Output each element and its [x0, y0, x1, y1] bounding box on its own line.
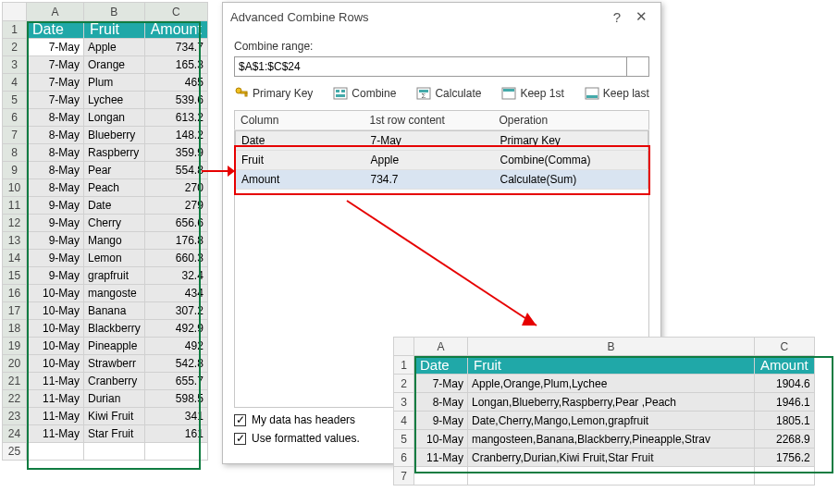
cell-amount[interactable]: 148.2 [144, 127, 207, 144]
cell-fruit[interactable]: Kiwi Fruit [84, 408, 145, 425]
row-header[interactable]: 5 [3, 92, 27, 109]
cell-date[interactable]: 8-May [27, 109, 84, 127]
close-button[interactable]: ✕ [629, 8, 653, 25]
row-header[interactable]: 5 [394, 430, 414, 449]
row-header[interactable]: 13 [3, 232, 27, 250]
cell-fruit[interactable]: Cranberry,Durian,Kiwi Fruit,Star Fruit [468, 449, 755, 467]
cell-amount[interactable]: 270 [144, 179, 207, 197]
cell-amount[interactable]: 465 [144, 74, 207, 92]
cell-date[interactable]: 10-May [27, 355, 84, 373]
row-header[interactable]: 21 [3, 373, 27, 390]
cell-fruit[interactable]: Cherry [84, 215, 145, 232]
cell-amount[interactable]: 598.5 [144, 390, 207, 408]
col-header-b[interactable]: B [468, 338, 755, 356]
grid-header-first[interactable]: 1st row content [364, 111, 494, 130]
calculate-button[interactable]: Σ Calculate [416, 86, 481, 101]
header-date[interactable]: Date [414, 356, 468, 375]
cell-fruit[interactable]: Star Fruit [84, 425, 145, 443]
cell-amount[interactable]: 165.3 [144, 56, 207, 74]
cell-date[interactable]: 9-May [27, 250, 84, 267]
cell-date[interactable]: 8-May [27, 144, 84, 162]
row-header[interactable]: 20 [3, 355, 27, 373]
cell-date[interactable]: 9-May [27, 197, 84, 215]
header-fruit[interactable]: Fruit [468, 356, 755, 375]
row-header-1[interactable]: 1 [3, 21, 27, 39]
cell-date[interactable]: 8-May [27, 127, 84, 144]
cell-date[interactable]: 10-May [27, 285, 84, 302]
grid-row[interactable]: Date7-MayPrimary Key [236, 131, 648, 151]
headers-checkbox[interactable]: ✓ [234, 414, 246, 426]
row-header[interactable]: 9 [3, 162, 27, 179]
row-header[interactable]: 17 [3, 302, 27, 320]
cell-amount[interactable]: 656.6 [144, 215, 207, 232]
cell-date[interactable]: 11-May [27, 390, 84, 408]
row-header[interactable]: 18 [3, 320, 27, 338]
cell-fruit[interactable]: grapfruit [84, 267, 145, 285]
grid-header-op[interactable]: Operation [494, 111, 649, 130]
cell-date[interactable]: 10-May [27, 302, 84, 320]
cell-fruit[interactable]: Banana [84, 302, 145, 320]
row-header[interactable]: 6 [3, 109, 27, 127]
cell-fruit[interactable]: Longan,Blueberry,Raspberry,Pear ,Peach [468, 393, 755, 412]
row-header[interactable]: 14 [3, 250, 27, 267]
cell-fruit[interactable]: Orange [84, 56, 145, 74]
cell-amount[interactable]: 492 [144, 338, 207, 355]
row-header-last[interactable]: 25 [3, 443, 27, 461]
cell-date[interactable]: 10-May [27, 338, 84, 355]
cell-amount[interactable]: 341 [144, 408, 207, 425]
row-header[interactable]: 3 [3, 56, 27, 74]
cell-date[interactable]: 9-May [414, 412, 468, 430]
row-header[interactable]: 2 [394, 375, 414, 393]
cell-date[interactable]: 11-May [27, 373, 84, 390]
grid-row[interactable]: Amount734.7Calculate(Sum) [236, 170, 648, 190]
row-header[interactable]: 6 [394, 449, 414, 467]
cell-amount[interactable]: 32.4 [144, 267, 207, 285]
cell-fruit[interactable]: Peach [84, 179, 145, 197]
grid-row[interactable]: FruitAppleCombine(Comma) [236, 151, 648, 170]
keep-last-button[interactable]: Keep last [585, 86, 649, 101]
cell-date[interactable]: 11-May [414, 449, 468, 467]
row-header[interactable]: 8 [3, 144, 27, 162]
row-header[interactable]: 7 [3, 127, 27, 144]
row-header[interactable]: 10 [3, 179, 27, 197]
cell-amount[interactable]: 492.9 [144, 320, 207, 338]
header-amount[interactable]: Amount [144, 21, 207, 39]
cell-date[interactable]: 7-May [27, 39, 84, 56]
cell-date[interactable]: 8-May [27, 162, 84, 179]
cell-fruit[interactable]: mangosteen,Banana,Blackberry,Pineapple,S… [468, 430, 755, 449]
formatted-checkbox[interactable]: ✓ [234, 433, 246, 445]
cell-amount[interactable]: 161 [144, 425, 207, 443]
cell-fruit[interactable]: Plum [84, 74, 145, 92]
row-header[interactable]: 15 [3, 267, 27, 285]
cell-fruit[interactable]: Blueberry [84, 127, 145, 144]
col-header-c[interactable]: C [755, 338, 815, 356]
keep-first-button[interactable]: Keep 1st [501, 86, 563, 101]
cell-date[interactable]: 9-May [27, 232, 84, 250]
header-fruit[interactable]: Fruit [84, 21, 145, 39]
row-header[interactable]: 2 [3, 39, 27, 56]
cell-fruit[interactable]: mangoste [84, 285, 145, 302]
cell-amount[interactable]: 434 [144, 285, 207, 302]
cell-fruit[interactable]: Pear [84, 162, 145, 179]
cell-fruit[interactable]: Apple,Orange,Plum,Lychee [468, 375, 755, 393]
cell-amount[interactable]: 307.2 [144, 302, 207, 320]
cell-amount[interactable]: 2268.9 [755, 430, 815, 449]
cell-fruit[interactable]: Lychee [84, 92, 145, 109]
columns-grid[interactable]: Date7-MayPrimary KeyFruitAppleCombine(Co… [235, 130, 648, 190]
header-date[interactable]: Date [27, 21, 84, 39]
cell-amount[interactable]: 1946.1 [755, 393, 815, 412]
cell-date[interactable]: 10-May [414, 430, 468, 449]
row-header-last[interactable]: 7 [394, 467, 414, 486]
row-header[interactable]: 4 [394, 412, 414, 430]
primary-key-button[interactable]: Primary Key [234, 86, 313, 101]
cell-fruit[interactable]: Pineapple [84, 338, 145, 355]
cell-date[interactable]: 9-May [27, 267, 84, 285]
result-spreadsheet[interactable]: A B C 1 Date Fruit Amount 27-MayApple,Or… [393, 337, 815, 486]
col-header-a[interactable]: A [27, 3, 84, 21]
cell-fruit[interactable]: Longan [84, 109, 145, 127]
col-header-c[interactable]: C [144, 3, 207, 21]
cell-amount[interactable]: 279 [144, 197, 207, 215]
cell-amount[interactable]: 176.8 [144, 232, 207, 250]
combine-button[interactable]: Combine [333, 86, 396, 101]
row-header[interactable]: 4 [3, 74, 27, 92]
